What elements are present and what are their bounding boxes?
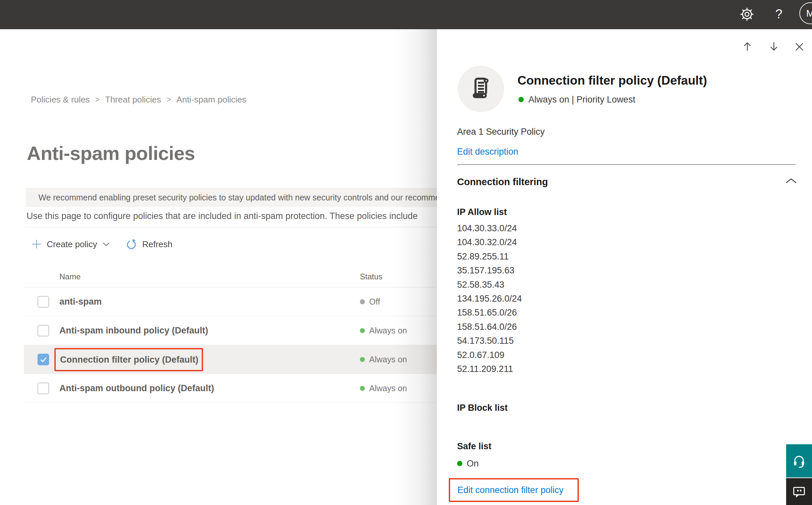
policy-name[interactable]: Anti-spam inbound policy (Default) bbox=[59, 326, 208, 336]
status-text: Always on | Priority Lowest bbox=[529, 95, 635, 105]
status-dot bbox=[457, 461, 462, 466]
ip-address-item: 158.51.64.0/26 bbox=[457, 320, 522, 334]
annotation-highlight-box: Connection filter policy (Default) bbox=[54, 348, 203, 371]
edit-description-link[interactable]: Edit description bbox=[457, 144, 519, 159]
banner-text: We recommend enabling preset security po… bbox=[38, 193, 437, 202]
policy-name-cell: anti-spam bbox=[59, 287, 102, 316]
status-cell: Always on bbox=[360, 316, 407, 345]
safe-list-label: Safe list bbox=[457, 439, 491, 454]
ip-address-item: 52.0.67.109 bbox=[457, 348, 522, 362]
ip-address-item: 54.173.50.115 bbox=[457, 334, 522, 348]
main-content: Policies & rules > Threat policies > Ant… bbox=[0, 29, 437, 505]
table-row[interactable]: anti-spamOff bbox=[24, 287, 437, 316]
avatar[interactable]: M bbox=[799, 2, 812, 24]
policy-description: Area 1 Security Policy bbox=[457, 125, 545, 139]
flyout-status-line: Always on | Priority Lowest bbox=[519, 92, 635, 107]
refresh-icon bbox=[126, 238, 137, 250]
headset-icon bbox=[792, 454, 806, 468]
column-header-status[interactable]: Status bbox=[360, 272, 382, 281]
close-icon[interactable] bbox=[795, 42, 804, 53]
connection-filtering-header[interactable]: Connection filtering bbox=[457, 175, 548, 189]
refresh-label: Refresh bbox=[142, 239, 173, 249]
divider bbox=[457, 164, 795, 165]
breadcrumb-threat-policies[interactable]: Threat policies bbox=[105, 95, 161, 105]
page-description: Use this page to configure policies that… bbox=[26, 211, 437, 221]
table-row[interactable]: Anti-spam outbound policy (Default)Alway… bbox=[24, 374, 437, 403]
flyout-title: Connection filter policy (Default) bbox=[518, 73, 707, 88]
ip-address-item: 52.58.35.43 bbox=[457, 278, 522, 292]
safe-list-status: On bbox=[457, 456, 479, 471]
policy-icon-circle bbox=[458, 66, 504, 112]
ip-block-list-label: IP Block list bbox=[457, 400, 508, 415]
breadcrumb-separator-icon: > bbox=[95, 95, 100, 104]
feedback-chat-icon bbox=[792, 485, 806, 499]
policy-name[interactable]: anti-spam bbox=[59, 297, 102, 307]
status-label: Always on bbox=[369, 383, 407, 393]
policy-name-cell: Anti-spam outbound policy (Default) bbox=[59, 374, 214, 403]
status-dot bbox=[519, 97, 524, 102]
refresh-button[interactable]: Refresh bbox=[126, 238, 173, 250]
breadcrumb: Policies & rules > Threat policies > Ant… bbox=[31, 94, 246, 105]
status-dot bbox=[360, 386, 365, 391]
status-label: Always on bbox=[369, 326, 407, 335]
ip-address-item: 134.195.26.0/24 bbox=[457, 292, 522, 306]
create-policy-button[interactable]: Create policy bbox=[31, 239, 110, 249]
row-checkbox[interactable] bbox=[37, 325, 49, 336]
avatar-initial: M bbox=[806, 8, 812, 19]
edit-connection-filter-policy-link[interactable]: Edit connection filter policy bbox=[457, 485, 564, 495]
status-label: Off bbox=[369, 297, 380, 307]
status-dot bbox=[360, 357, 365, 362]
previous-item-arrow-icon[interactable] bbox=[742, 41, 753, 53]
ip-address-item: 104.30.33.0/24 bbox=[457, 221, 522, 235]
help-icon[interactable]: ? bbox=[772, 5, 786, 23]
create-policy-label: Create policy bbox=[47, 239, 97, 249]
ip-address-item: 104.30.32.0/24 bbox=[457, 235, 522, 249]
page-title: Anti-spam policies bbox=[27, 143, 195, 164]
chevron-down-icon bbox=[103, 242, 110, 246]
recommendation-banner: We recommend enabling preset security po… bbox=[26, 188, 437, 207]
row-checkbox[interactable] bbox=[37, 382, 49, 394]
table-header: Name Status bbox=[24, 268, 437, 287]
policy-table: Name Status anti-spamOffAnti-spam inboun… bbox=[24, 268, 437, 403]
ip-allow-list-label: IP Allow list bbox=[457, 205, 507, 219]
status-cell: Always on bbox=[360, 374, 407, 403]
ip-address-item: 52.89.255.11 bbox=[457, 249, 522, 264]
next-item-arrow-icon[interactable] bbox=[768, 41, 780, 53]
settings-gear-icon[interactable] bbox=[740, 7, 754, 22]
row-checkbox[interactable] bbox=[37, 354, 49, 365]
annotation-highlight-box: Edit connection filter policy bbox=[449, 478, 579, 502]
table-row[interactable]: Connection filter policy (Default)Always… bbox=[24, 345, 437, 374]
policy-name-cell: Anti-spam inbound policy (Default) bbox=[59, 316, 208, 345]
policy-name[interactable]: Connection filter policy (Default) bbox=[60, 355, 198, 365]
chevron-up-icon[interactable] bbox=[785, 177, 797, 185]
toolbar: Create policy Refresh bbox=[31, 236, 173, 252]
status-label: Always on bbox=[369, 355, 407, 364]
ip-address-item: 158.51.65.0/26 bbox=[457, 306, 522, 320]
ip-address-item: 35.157.195.63 bbox=[457, 264, 522, 278]
safe-list-status-text: On bbox=[467, 459, 479, 469]
status-dot bbox=[360, 299, 365, 304]
ip-address-item: 52.11.209.211 bbox=[457, 362, 522, 376]
breadcrumb-separator-icon: > bbox=[167, 95, 171, 104]
status-cell: Always on bbox=[360, 345, 407, 374]
details-flyout: Connection filter policy (Default) Alway… bbox=[437, 29, 812, 505]
row-checkbox[interactable] bbox=[37, 296, 49, 308]
breadcrumb-policies-rules[interactable]: Policies & rules bbox=[31, 95, 90, 105]
scroll-policy-icon bbox=[469, 76, 493, 101]
status-dot bbox=[360, 328, 365, 333]
policy-name[interactable]: Anti-spam outbound policy (Default) bbox=[59, 383, 214, 393]
policy-table-body: anti-spamOffAnti-spam inbound policy (De… bbox=[24, 287, 437, 403]
support-button[interactable] bbox=[786, 444, 812, 478]
ip-allow-list: 104.30.33.0/24104.30.32.0/2452.89.255.11… bbox=[457, 221, 522, 376]
table-row[interactable]: Anti-spam inbound policy (Default)Always… bbox=[24, 316, 437, 345]
feedback-button[interactable] bbox=[786, 478, 812, 505]
column-header-name[interactable]: Name bbox=[59, 272, 80, 281]
status-cell: Off bbox=[360, 287, 380, 316]
plus-icon bbox=[31, 239, 41, 249]
breadcrumb-anti-spam-policies[interactable]: Anti-spam policies bbox=[177, 95, 246, 105]
top-app-bar: ? M bbox=[0, 0, 812, 29]
